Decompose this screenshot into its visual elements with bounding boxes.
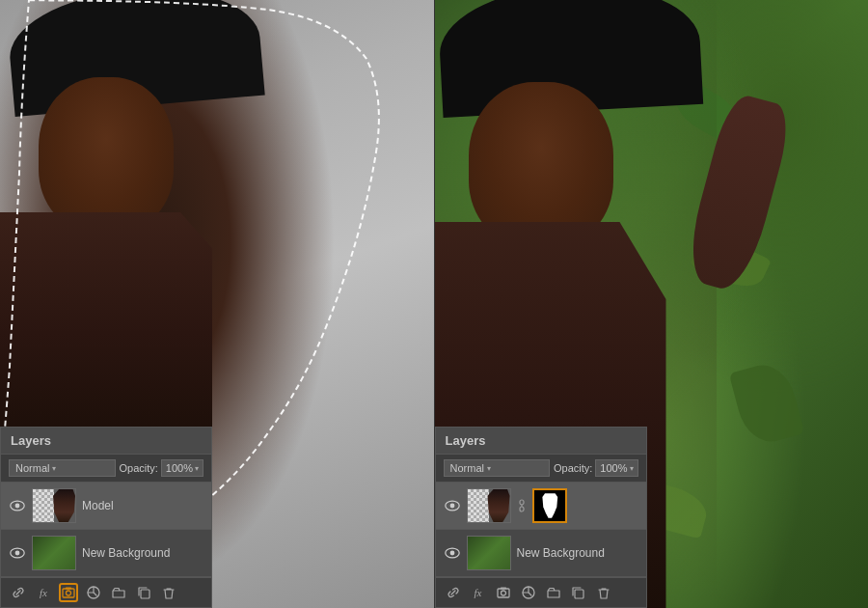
opacity-number-right: 100% <box>600 462 627 474</box>
layer-background-right[interactable]: New Background <box>436 530 646 577</box>
body-left <box>0 212 212 454</box>
layers-controls-right: Normal ▾ Opacity: 100% ▾ <box>436 455 646 483</box>
left-panel: Layers Normal ▾ Opacity: 100% ▾ <box>0 0 434 608</box>
opacity-chevron-right: ▾ <box>630 464 634 473</box>
svg-point-17 <box>501 591 505 595</box>
fx-icon-left[interactable]: fx <box>34 583 53 602</box>
layer-model-left[interactable]: Model <box>1 483 211 530</box>
layers-header-right: Layers <box>436 428 646 455</box>
mask-thumbnail-right[interactable] <box>532 488 567 523</box>
blend-mode-label-right: Normal <box>450 462 484 474</box>
opacity-control-left: Opacity: 100% ▾ <box>120 459 204 477</box>
visibility-background-right[interactable] <box>444 546 461 560</box>
link-icon-left[interactable] <box>9 583 28 602</box>
layer-thumb-model-left <box>32 488 76 523</box>
layers-panel-right: Layers Normal ▾ Opacity: 100% ▾ <box>435 427 647 608</box>
face-left <box>39 77 174 232</box>
fx-icon-right[interactable]: fx <box>469 583 488 602</box>
opacity-label-left: Opacity: <box>120 462 158 474</box>
opacity-number-left: 100% <box>166 462 193 474</box>
face-right <box>469 82 613 246</box>
blend-mode-label-left: Normal <box>15 462 49 474</box>
layers-panel-left: Layers Normal ▾ Opacity: 100% ▾ <box>0 427 212 608</box>
duplicate-icon-left[interactable] <box>134 583 153 602</box>
svg-point-1 <box>15 504 20 509</box>
opacity-label-right: Opacity: <box>554 462 592 474</box>
opacity-control-right: Opacity: 100% ▾ <box>554 459 638 477</box>
visibility-model-left[interactable] <box>9 499 26 512</box>
layer-thumb-bg-right <box>467 536 511 570</box>
duplicate-icon-right[interactable] <box>569 583 588 602</box>
opacity-value-right[interactable]: 100% ▾ <box>595 459 637 477</box>
svg-rect-12 <box>520 507 524 511</box>
layers-title-left: Layers <box>11 433 51 448</box>
visibility-model-right[interactable] <box>444 499 461 512</box>
svg-rect-6 <box>66 588 71 590</box>
layer-thumb-model-right <box>467 488 511 523</box>
group-icon-right[interactable] <box>544 583 563 602</box>
blend-chevron-right: ▾ <box>487 464 491 473</box>
layers-header-left: Layers <box>1 428 211 455</box>
layer-background-left[interactable]: New Background <box>1 530 211 577</box>
layers-toolbar-left: fx <box>1 577 211 607</box>
layers-title-right: Layers <box>446 433 486 448</box>
svg-point-15 <box>449 551 454 556</box>
layer-name-bg-left: New Background <box>82 546 203 560</box>
delete-icon-left[interactable] <box>159 583 178 602</box>
add-mask-button-right[interactable] <box>494 583 513 602</box>
adjustment-icon-right[interactable] <box>519 583 538 602</box>
link-icon-right[interactable] <box>444 583 463 602</box>
adjustment-icon-left[interactable] <box>84 583 103 602</box>
svg-point-5 <box>67 591 71 595</box>
layer-model-right[interactable] <box>436 483 646 530</box>
blend-chevron-left: ▾ <box>52 464 56 473</box>
chain-icon-right <box>517 498 527 513</box>
layers-toolbar-right: fx <box>436 577 646 607</box>
blend-mode-right[interactable]: Normal ▾ <box>444 459 551 477</box>
layers-controls-left: Normal ▾ Opacity: 100% ▾ <box>1 455 211 483</box>
svg-rect-18 <box>501 588 506 590</box>
svg-rect-8 <box>141 590 149 598</box>
delete-icon-right[interactable] <box>594 583 613 602</box>
layer-name-bg-right: New Background <box>517 546 638 560</box>
opacity-chevron-left: ▾ <box>195 464 199 473</box>
svg-point-3 <box>15 551 20 556</box>
visibility-background-left[interactable] <box>9 546 26 560</box>
blend-mode-left[interactable]: Normal ▾ <box>9 459 116 477</box>
svg-rect-16 <box>498 589 509 597</box>
group-icon-left[interactable] <box>109 583 128 602</box>
layer-thumb-bg-left <box>32 536 76 570</box>
add-mask-button-left[interactable] <box>59 583 78 602</box>
opacity-value-left[interactable]: 100% ▾ <box>161 459 203 477</box>
svg-rect-20 <box>575 590 583 598</box>
svg-rect-11 <box>520 500 524 505</box>
right-panel: Layers Normal ▾ Opacity: 100% ▾ <box>435 0 869 608</box>
svg-rect-4 <box>63 589 74 597</box>
svg-point-10 <box>449 504 454 509</box>
layer-name-model-left: Model <box>82 499 203 512</box>
